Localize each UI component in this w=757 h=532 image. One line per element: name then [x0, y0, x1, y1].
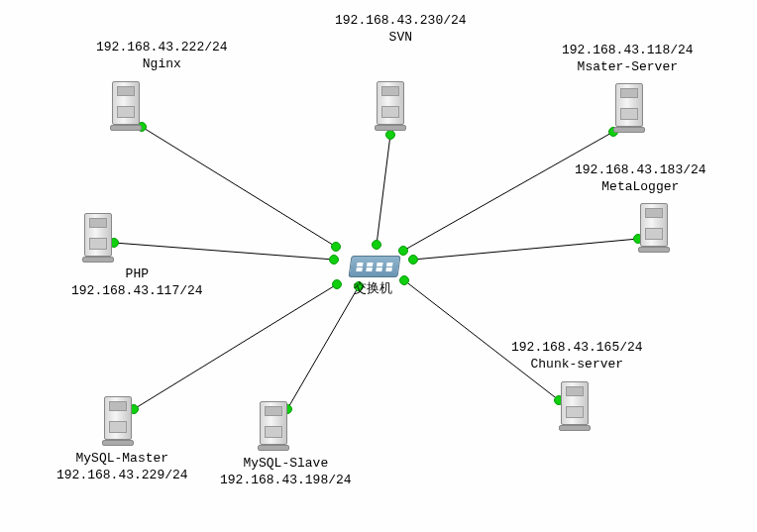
server-php	[84, 213, 112, 265]
label-metalogger: 192.168.43.183/24 MetaLogger	[575, 162, 706, 196]
server-chunk	[561, 381, 589, 433]
switch-device	[348, 256, 400, 277]
server-mysqlmaster	[104, 396, 132, 448]
server-master	[615, 83, 643, 135]
port-dot	[333, 280, 342, 289]
port-dot	[332, 243, 341, 252]
label-master: 192.168.43.118/24 Msater-Server	[562, 43, 694, 76]
port-dot	[373, 241, 381, 250]
connection-line	[377, 135, 390, 245]
port-dot	[400, 276, 409, 285]
port-dot	[409, 256, 418, 265]
label-mysqlmaster: MySQL-Master 192.168.43.229/24	[56, 451, 188, 484]
server-svn	[377, 81, 404, 133]
label-php: PHP 192.168.43.117/24	[71, 266, 203, 300]
connection-line	[114, 243, 334, 260]
port-dot	[399, 247, 408, 256]
server-mysqlslave	[260, 401, 287, 453]
connection-line	[413, 239, 638, 260]
label-svn: 192.168.43.230/24 SVN	[335, 13, 467, 47]
port-dot	[330, 256, 339, 265]
label-nginx: 192.168.43.222/24 Nginx	[96, 40, 228, 73]
connection-line	[134, 284, 337, 409]
label-mysqlslave: MySQL-Slave 192.168.43.198/24	[220, 456, 352, 489]
connection-line	[287, 286, 359, 409]
server-metalogger	[640, 203, 668, 255]
server-nginx	[112, 81, 140, 133]
connection-line	[142, 127, 336, 247]
switch-label: 交换机	[354, 281, 392, 298]
label-chunk: 192.168.43.165/24 Chunk-server	[511, 340, 643, 373]
